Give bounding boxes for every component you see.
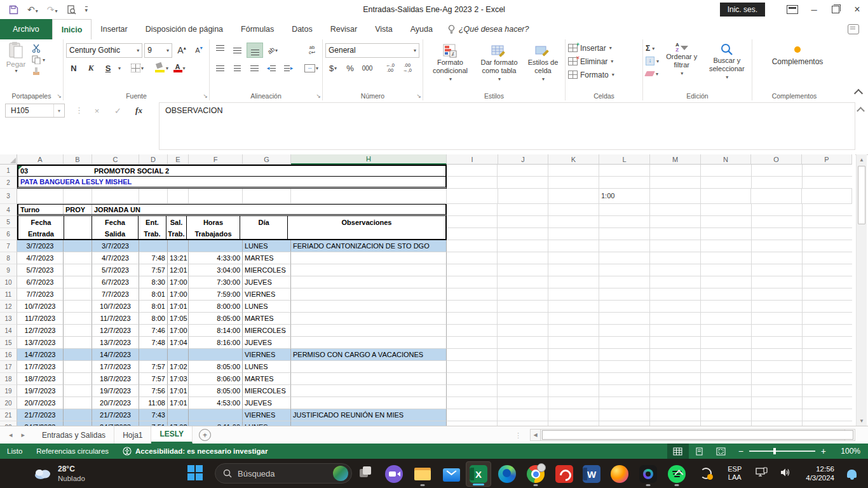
scroll-left-icon[interactable]: ◀ (530, 429, 541, 441)
cell-C1[interactable]: PROMOTOR SOCIAL 2 (92, 166, 445, 176)
cancel-entry-icon[interactable]: × (86, 106, 107, 116)
cell-D5[interactable]: Ent. (139, 216, 166, 228)
restore-button[interactable] (825, 0, 846, 19)
cell-A20[interactable]: 20/7/2023 (17, 397, 64, 409)
row-header-19[interactable]: 19 (0, 385, 17, 397)
notifications-bell-icon[interactable] (847, 470, 857, 478)
zoom-in-icon[interactable]: + (821, 446, 826, 456)
autosum-button[interactable]: Σ▾ (646, 43, 659, 54)
clear-button[interactable]: ▾ (646, 68, 659, 79)
cell-D20[interactable]: 11:08 (139, 397, 168, 409)
cell-E20[interactable]: 17:01 (168, 397, 189, 409)
font-size-combo[interactable]: 9▾ (144, 43, 172, 58)
cell-E21[interactable] (168, 409, 189, 421)
cell-G3[interactable] (243, 189, 291, 204)
tab-ayuda[interactable]: Ayuda (402, 19, 442, 39)
row-header-12[interactable]: 12 (0, 301, 17, 313)
scroll-up-icon[interactable]: ▲ (857, 154, 867, 165)
cell-E13[interactable]: 17:05 (168, 313, 189, 325)
onedrive-sync-icon[interactable] (700, 467, 712, 480)
orientation-button[interactable]: ab▾ (265, 43, 280, 57)
cell-C3[interactable] (92, 189, 139, 204)
page-layout-view-button[interactable] (689, 444, 710, 459)
empty-cells[interactable] (447, 325, 852, 337)
cut-button[interactable] (32, 44, 60, 53)
empty-cells[interactable] (447, 349, 852, 361)
empty-cells[interactable] (447, 276, 852, 288)
cell-C4[interactable]: JORNADA UN (92, 205, 445, 214)
cell-A3[interactable] (17, 189, 64, 204)
taskbar-app-chrome[interactable] (523, 461, 548, 487)
cell-F20[interactable]: 4:53:00 (189, 397, 243, 409)
cell-B6[interactable] (64, 228, 92, 239)
dialog-launcher-icon[interactable]: ↘ (316, 93, 321, 99)
number-format-combo[interactable]: General▾ (325, 43, 419, 58)
cell-D22[interactable]: 7:51 (139, 421, 168, 426)
cell-H5[interactable]: Observaciones (288, 216, 445, 228)
empty-cells[interactable] (447, 313, 852, 325)
cell-A11[interactable]: 7/7/2023 (17, 288, 64, 301)
cell-B15[interactable] (64, 337, 92, 349)
redo-icon[interactable]: ↷▾ (47, 5, 58, 14)
empty-cells[interactable] (447, 177, 852, 189)
cell-C8[interactable]: 4/7/2023 (92, 252, 139, 264)
cell-A2[interactable]: PATA BANGUERA LESLY MISHEL (18, 177, 445, 187)
dialog-launcher-icon[interactable]: ↘ (57, 93, 62, 99)
sign-in-button[interactable]: Inic. ses. (720, 3, 765, 17)
status-circular-references[interactable]: Referencias circulares (29, 447, 116, 455)
conditional-formatting-button[interactable]: ≠ Formato condicional▾ (426, 42, 475, 90)
dropdown-arrow-icon[interactable]: ▾ (53, 104, 64, 117)
cell-F22[interactable]: 8:11:00 (189, 421, 243, 426)
align-center-button[interactable] (229, 61, 245, 75)
row-header-22[interactable]: 22 (0, 421, 17, 426)
cell-D9[interactable]: 7:57 (139, 264, 168, 276)
cell-A15[interactable]: 13/7/2023 (17, 337, 64, 349)
tell-me-box[interactable]: ¿Qué desea hacer? (442, 19, 536, 39)
taskbar-app-video-call[interactable] (381, 461, 407, 487)
tab-inicio[interactable]: Inicio (52, 19, 92, 39)
column-header-D[interactable]: D (139, 154, 168, 165)
empty-cells[interactable] (447, 409, 852, 421)
merge-center-button[interactable]: ↔▾ (303, 61, 320, 75)
tab-archivo[interactable]: Archivo (0, 19, 52, 39)
cell-A1[interactable]: 03 (18, 166, 64, 176)
cell-A18[interactable]: 18/7/2023 (17, 373, 64, 385)
row-header-7[interactable]: 7 (0, 240, 17, 252)
taskbar-app-webex[interactable] (635, 461, 661, 487)
grow-font-button[interactable]: A▴ (174, 43, 189, 57)
customize-qat-icon[interactable]: ▾ (85, 6, 88, 13)
vertical-scroll-thumb[interactable] (858, 166, 865, 224)
decrease-decimal-button[interactable]: .00→,0 (400, 61, 415, 75)
cell-H20[interactable] (291, 397, 447, 409)
cell-G7[interactable]: LUNES (243, 240, 291, 252)
cell-A16[interactable]: 14/7/2023 (17, 349, 64, 361)
cell-B9[interactable] (64, 264, 92, 276)
cell-B21[interactable] (64, 409, 92, 421)
align-middle-button[interactable] (229, 43, 245, 57)
normal-view-button[interactable] (667, 444, 689, 459)
cell-C12[interactable]: 10/7/2023 (92, 301, 139, 313)
cell-E11[interactable]: 17:00 (168, 288, 189, 301)
taskbar-app-firefox[interactable] (607, 461, 632, 487)
cell-B14[interactable] (64, 325, 92, 337)
cell-A5[interactable]: Fecha (18, 216, 64, 228)
row-header-18[interactable]: 18 (0, 373, 17, 385)
cell-G20[interactable]: JUEVES (243, 397, 291, 409)
cell-C15[interactable]: 13/7/2023 (92, 337, 139, 349)
cell-H15[interactable] (291, 337, 447, 349)
align-top-button[interactable] (212, 43, 227, 57)
find-select-button[interactable]: Buscar y seleccionar▾ (705, 41, 749, 90)
cell-A10[interactable]: 6/7/2023 (17, 276, 64, 288)
cell-D3[interactable] (139, 189, 168, 204)
column-header-L[interactable]: L (599, 154, 650, 165)
cell-H12[interactable] (291, 301, 447, 313)
cell-D8[interactable]: 7:48 (139, 252, 168, 264)
empty-cells[interactable] (447, 204, 852, 216)
cell-E12[interactable]: 17:01 (168, 301, 189, 313)
dialog-launcher-icon[interactable]: ↘ (203, 93, 208, 99)
cell-E18[interactable]: 17:03 (168, 373, 189, 385)
cell-A7[interactable]: 3/7/2023 (17, 240, 64, 252)
empty-cells[interactable] (447, 165, 852, 177)
cell-E16[interactable] (168, 349, 189, 361)
cell-F21[interactable] (189, 409, 243, 421)
